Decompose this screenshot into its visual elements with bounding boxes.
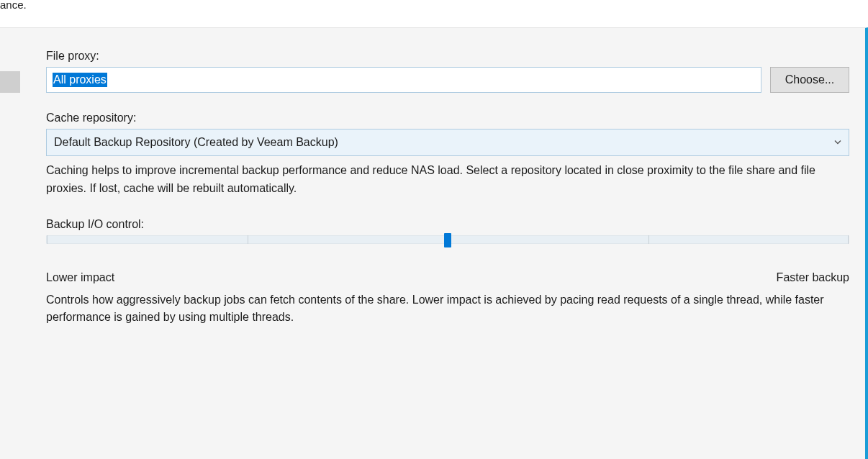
cache-repo-selected: Default Backup Repository (Created by Ve…: [54, 136, 338, 149]
file-proxy-row: All proxies Choose...: [46, 67, 849, 93]
file-proxy-input[interactable]: All proxies: [46, 67, 761, 93]
left-nav-stub: [0, 71, 20, 93]
processing-settings-panel: File proxy: All proxies Choose... Cache …: [0, 27, 868, 459]
io-control-help: Controls how aggressively backup jobs ca…: [46, 291, 838, 327]
io-control-label: Backup I/O control:: [46, 218, 849, 231]
choose-proxy-button[interactable]: Choose...: [770, 67, 849, 93]
cache-repo-label: Cache repository:: [46, 112, 849, 124]
file-proxy-value: All proxies: [53, 73, 107, 87]
io-control-slider-wrap: [46, 235, 849, 244]
cache-repo-help: Caching helps to improve incremental bac…: [46, 162, 838, 198]
io-control-range-labels: Lower impact Faster backup: [46, 271, 849, 284]
io-control-min-label: Lower impact: [46, 271, 114, 284]
cache-repo-select-wrap: Default Backup Repository (Created by Ve…: [46, 129, 849, 156]
truncated-header-text: ance.: [0, 0, 27, 11]
cache-repo-select[interactable]: Default Backup Repository (Created by Ve…: [46, 129, 849, 156]
io-control-slider[interactable]: [46, 235, 849, 244]
io-control-max-label: Faster backup: [777, 271, 849, 284]
io-control-slider-thumb[interactable]: [444, 233, 451, 247]
file-proxy-label: File proxy:: [46, 50, 849, 63]
